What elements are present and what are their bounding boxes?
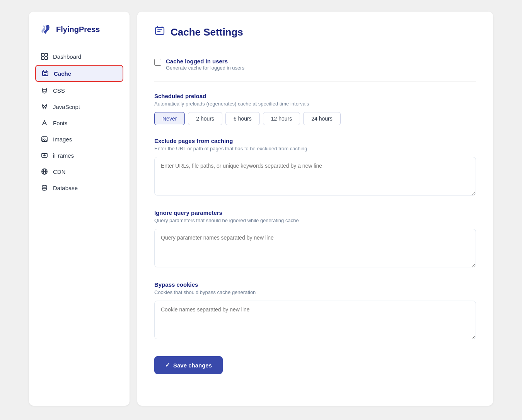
bypass-cookies-title: Bypass cookies [154, 281, 476, 288]
sidebar-label-cdn: CDN [53, 168, 66, 175]
sidebar-label-css: CSS [53, 87, 65, 94]
logo-area: FlyingPress [35, 22, 123, 36]
cache-logged-in-label[interactable]: Cache logged in users [166, 58, 228, 65]
css-icon [41, 87, 48, 94]
preload-btn-2h[interactable]: 2 hours [188, 112, 222, 125]
svg-point-10 [42, 185, 47, 187]
app-name: FlyingPress [56, 25, 100, 34]
ignore-query-title: Ignore query parameters [154, 209, 476, 216]
page-header: Cache Settings [154, 26, 476, 47]
sidebar-label-dashboard: Dashboard [53, 53, 81, 60]
app-container: FlyingPress Dashboard Cache [29, 12, 493, 406]
exclude-pages-section: Exclude pages from caching Enter the URL… [154, 138, 476, 197]
sidebar-label-cache: Cache [54, 70, 71, 77]
sidebar-label-images: Images [53, 136, 72, 143]
logo-icon [38, 22, 52, 36]
section-divider-1 [154, 82, 476, 82]
sidebar-item-iframes[interactable]: iFrames [35, 148, 123, 163]
svg-rect-11 [155, 27, 164, 34]
preload-btn-6h[interactable]: 6 hours [225, 112, 260, 125]
bypass-cookies-desc: Cookies that should bypass cache generat… [154, 289, 476, 295]
sidebar-nav: Dashboard Cache CSS JavaSc [35, 49, 123, 196]
js-icon [41, 103, 48, 111]
preload-buttons-group: Never 2 hours 6 hours 12 hours 24 hours [154, 112, 476, 125]
sidebar-item-cache[interactable]: Cache [35, 65, 123, 82]
preload-btn-24h[interactable]: 24 hours [303, 112, 340, 125]
fonts-icon [41, 119, 48, 127]
save-button[interactable]: ✓ Save changes [154, 356, 223, 374]
cache-logged-in-section: Cache logged in users Generate cache for… [154, 58, 476, 71]
bypass-cookies-textarea[interactable] [154, 301, 476, 339]
sidebar-label-fonts: Fonts [53, 120, 68, 126]
sidebar-item-cdn[interactable]: CDN [35, 164, 123, 179]
sidebar: FlyingPress Dashboard Cache [29, 12, 130, 406]
page-title: Cache Settings [171, 26, 243, 38]
svg-rect-0 [41, 53, 44, 56]
checkmark-icon: ✓ [165, 362, 170, 369]
svg-rect-4 [43, 71, 48, 76]
sidebar-item-dashboard[interactable]: Dashboard [35, 49, 123, 64]
page-header-icon [154, 26, 165, 39]
exclude-pages-desc: Enter the URL or path of pages that has … [154, 146, 476, 151]
main-content: Cache Settings Cache logged in users Gen… [137, 12, 493, 406]
sidebar-item-javascript[interactable]: JavaScript [35, 99, 123, 114]
sidebar-item-fonts[interactable]: Fonts [35, 115, 123, 131]
svg-rect-2 [41, 57, 44, 60]
preload-btn-12h[interactable]: 12 hours [263, 112, 300, 125]
bypass-cookies-section: Bypass cookies Cookies that should bypas… [154, 281, 476, 341]
ignore-query-section: Ignore query parameters Query parameters… [154, 209, 476, 269]
ignore-query-textarea[interactable] [154, 229, 476, 267]
save-button-label: Save changes [173, 362, 212, 369]
scheduled-preload-title: Scheduled preload [154, 93, 476, 99]
exclude-pages-textarea[interactable] [154, 157, 476, 196]
sidebar-label-iframes: iFrames [53, 152, 74, 159]
sidebar-label-database: Database [53, 185, 78, 191]
sidebar-item-css[interactable]: CSS [35, 83, 123, 98]
database-icon [41, 184, 48, 192]
svg-point-6 [43, 138, 44, 139]
svg-rect-3 [45, 57, 48, 60]
iframes-icon [41, 151, 48, 159]
sidebar-label-javascript: JavaScript [53, 104, 80, 110]
dashboard-icon [41, 53, 48, 60]
images-icon [41, 135, 48, 143]
cache-logged-in-desc: Generate cache for logged in users [166, 65, 244, 71]
exclude-pages-title: Exclude pages from caching [154, 138, 476, 144]
preload-btn-never[interactable]: Never [154, 112, 185, 125]
cdn-icon [41, 168, 48, 175]
cache-icon [41, 70, 49, 77]
sidebar-item-images[interactable]: Images [35, 131, 123, 147]
svg-rect-1 [45, 53, 48, 56]
scheduled-preload-desc: Automatically preloads (regenerates) cac… [154, 101, 476, 107]
cache-logged-in-checkbox[interactable] [154, 59, 161, 66]
sidebar-item-database[interactable]: Database [35, 180, 123, 196]
ignore-query-desc: Query parameters that should be ignored … [154, 218, 476, 223]
scheduled-preload-section: Scheduled preload Automatically preloads… [154, 93, 476, 125]
